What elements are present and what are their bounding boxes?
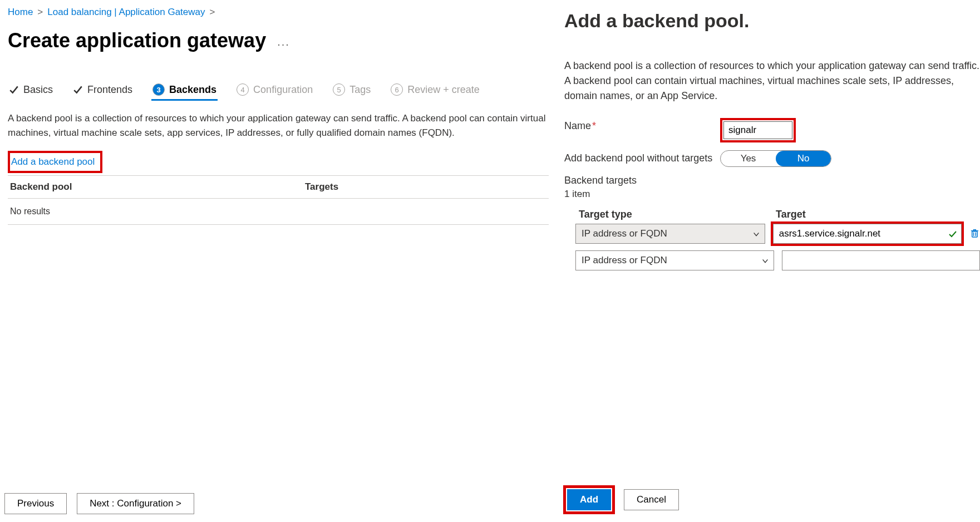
name-input[interactable]	[723, 121, 792, 139]
cancel-button[interactable]: Cancel	[624, 489, 679, 510]
add-backend-pool-panel: Add a backend pool. A backend pool is a …	[557, 0, 980, 522]
svg-rect-0	[972, 232, 977, 237]
table-row-empty: No results	[8, 199, 549, 225]
column-header-target: Target	[776, 209, 980, 220]
tab-review[interactable]: 6 Review + create	[390, 80, 481, 101]
chevron-right-icon: >	[210, 7, 215, 18]
add-backend-pool-link[interactable]: Add a backend pool	[11, 156, 95, 167]
toggle-no[interactable]: No	[776, 151, 831, 166]
panel-description: A backend pool is a collection of resour…	[564, 58, 980, 104]
name-input-highlight	[720, 118, 796, 142]
step-number-icon: 6	[391, 83, 403, 96]
tab-label: Review + create	[407, 84, 480, 96]
target-input[interactable]	[773, 224, 962, 244]
add-button[interactable]: Add	[567, 489, 611, 510]
add-button-highlight: Add	[563, 485, 615, 514]
column-header-targets: Targets	[305, 181, 546, 193]
delete-icon[interactable]	[969, 228, 980, 239]
next-button[interactable]: Next : Configuration >	[77, 493, 194, 514]
column-header-pool: Backend pool	[10, 181, 305, 193]
tab-configuration[interactable]: 4 Configuration	[235, 80, 314, 101]
tab-label: Backends	[169, 84, 216, 96]
tab-backends[interactable]: 3 Backends	[151, 80, 218, 101]
main-content: Home > Load balancing | Application Gate…	[0, 0, 557, 522]
tab-frontends[interactable]: Frontends	[72, 81, 134, 101]
breadcrumb-home[interactable]: Home	[8, 7, 33, 18]
tab-label: Tags	[349, 84, 371, 96]
check-icon	[73, 85, 83, 95]
more-icon[interactable]: ···	[277, 38, 290, 51]
target-row: IP address or FQDN	[564, 224, 980, 244]
toggle-yes[interactable]: Yes	[721, 151, 776, 166]
breadcrumb-load-balancing[interactable]: Load balancing | Application Gateway	[47, 7, 205, 18]
chevron-down-icon	[752, 230, 760, 238]
breadcrumb: Home > Load balancing | Application Gate…	[8, 7, 549, 18]
page-title: Create application gateway	[8, 29, 266, 52]
wizard-footer: Previous Next : Configuration >	[4, 493, 194, 514]
select-value: IP address or FQDN	[582, 255, 667, 265]
select-value: IP address or FQDN	[582, 228, 667, 239]
add-backend-pool-highlight: Add a backend pool	[8, 151, 102, 173]
panel-title: Add a backend pool.	[564, 10, 980, 32]
backend-description: A backend pool is a collection of resour…	[8, 111, 549, 140]
target-type-select[interactable]: IP address or FQDN	[575, 250, 774, 270]
tab-label: Basics	[23, 84, 53, 96]
tab-tags[interactable]: 5 Tags	[332, 80, 372, 101]
target-input-wrap	[782, 250, 980, 270]
check-icon	[9, 85, 19, 95]
without-targets-toggle[interactable]: Yes No	[720, 150, 831, 167]
no-results-text: No results	[10, 206, 50, 216]
step-number-icon: 3	[152, 83, 165, 96]
step-number-icon: 4	[237, 83, 249, 96]
panel-footer: Add Cancel	[563, 485, 679, 514]
chevron-down-icon	[761, 257, 769, 264]
backend-targets-label: Backend targets	[564, 175, 980, 186]
item-count: 1 item	[564, 189, 980, 200]
target-row: IP address or FQDN	[564, 250, 980, 270]
target-input[interactable]	[782, 250, 980, 270]
target-type-select[interactable]: IP address or FQDN	[575, 224, 765, 244]
step-number-icon: 5	[333, 83, 345, 96]
without-targets-label: Add backend pool without targets	[564, 150, 720, 164]
name-label: Name*	[564, 118, 720, 132]
tab-basics[interactable]: Basics	[8, 81, 54, 101]
target-input-highlight	[773, 224, 962, 244]
backend-pool-table: Backend pool Targets No results	[8, 175, 549, 225]
chevron-right-icon: >	[37, 7, 43, 18]
column-header-target-type: Target type	[564, 209, 776, 220]
previous-button[interactable]: Previous	[4, 493, 67, 514]
backend-targets-table: Target type Target IP address or FQDN	[564, 205, 980, 270]
check-icon	[948, 229, 957, 238]
tab-label: Configuration	[253, 84, 313, 96]
wizard-tabs: Basics Frontends 3 Backends 4 Configurat…	[8, 80, 549, 101]
tab-label: Frontends	[87, 84, 132, 96]
